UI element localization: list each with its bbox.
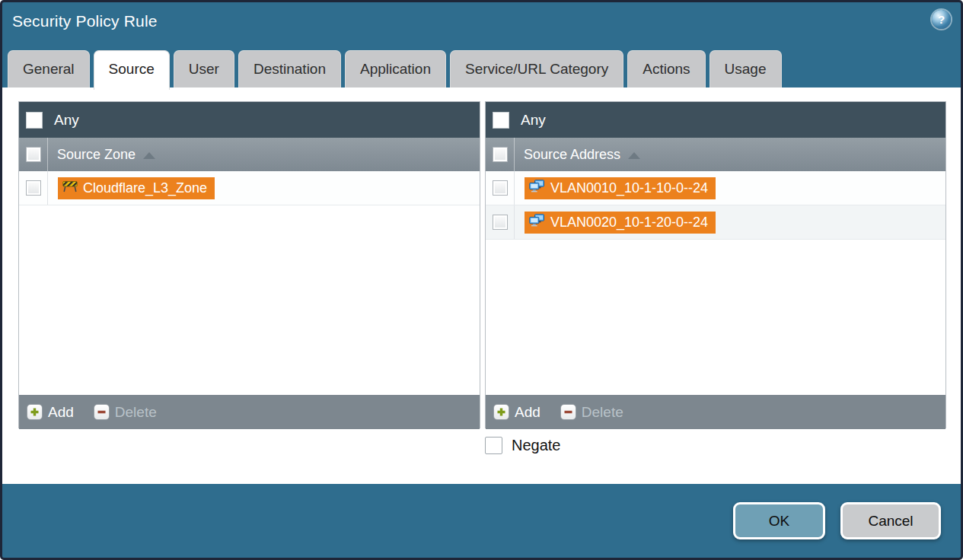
negate-label: Negate — [512, 437, 561, 454]
dialog-body: Any Source Zone — [2, 88, 961, 484]
table-row[interactable]: Cloudflare_L3_Zone — [19, 171, 480, 205]
source-address-panel: Any Source Address — [485, 101, 946, 428]
selected-address-chip[interactable]: VLAN0020_10-1-20-0--24 — [525, 212, 716, 234]
security-policy-rule-dialog: Security Policy Rule ? General Source Us… — [0, 0, 963, 560]
address-icon — [529, 214, 545, 231]
source-zone-select-all-checkbox[interactable] — [26, 147, 41, 162]
minus-icon — [560, 404, 576, 420]
tab-service-url-category[interactable]: Service/URL Category — [450, 50, 623, 88]
tab-application[interactable]: Application — [345, 50, 446, 88]
source-zone-any-label: Any — [54, 112, 79, 129]
tab-user[interactable]: User — [174, 50, 234, 88]
source-zone-any-checkbox[interactable] — [26, 112, 43, 129]
address-name: VLAN0020_10-1-20-0--24 — [550, 215, 708, 231]
tab-general[interactable]: General — [8, 50, 90, 88]
source-address-any-label: Any — [521, 112, 546, 129]
sort-ascending-icon — [143, 152, 155, 159]
sort-ascending-icon — [628, 152, 640, 159]
source-zone-footer: Add Delete — [19, 395, 480, 429]
tab-actions[interactable]: Actions — [627, 50, 705, 88]
delete-zone-button[interactable]: Delete — [94, 404, 157, 421]
source-address-rows: VLAN0010_10-1-10-0--24 — [486, 171, 945, 395]
source-zone-panel: Any Source Zone — [18, 101, 480, 428]
source-zone-column-title[interactable]: Source Zone — [57, 147, 155, 163]
dialog-title: Security Policy Rule — [12, 12, 158, 30]
minus-icon — [94, 404, 110, 420]
negate-row: Negate — [485, 437, 561, 454]
source-address-footer: Add Delete — [486, 395, 945, 429]
tab-bar: General Source User Destination Applicat… — [8, 50, 782, 90]
cancel-button[interactable]: Cancel — [840, 502, 941, 539]
help-icon[interactable]: ? — [932, 10, 951, 29]
source-zone-rows: Cloudflare_L3_Zone — [19, 171, 480, 395]
plus-icon — [493, 404, 509, 420]
selected-address-chip[interactable]: VLAN0010_10-1-10-0--24 — [525, 177, 716, 199]
row-checkbox[interactable] — [493, 180, 508, 196]
add-address-button[interactable]: Add — [493, 404, 540, 421]
address-icon — [529, 180, 545, 196]
zone-icon — [62, 180, 78, 196]
row-checkbox[interactable] — [493, 215, 508, 230]
source-address-select-all-checkbox[interactable] — [493, 147, 508, 162]
tab-destination[interactable]: Destination — [238, 50, 341, 88]
source-address-column-title[interactable]: Source Address — [524, 147, 640, 163]
tab-usage[interactable]: Usage — [709, 50, 782, 88]
source-zone-any-row: Any — [19, 102, 480, 138]
table-row[interactable]: VLAN0010_10-1-10-0--24 — [486, 171, 945, 205]
delete-address-button[interactable]: Delete — [560, 404, 623, 421]
negate-checkbox[interactable] — [485, 437, 502, 454]
source-address-any-row: Any — [486, 102, 945, 138]
table-row[interactable]: VLAN0020_10-1-20-0--24 — [486, 205, 945, 240]
selected-zone-chip[interactable]: Cloudflare_L3_Zone — [58, 177, 215, 199]
ok-button[interactable]: OK — [733, 502, 825, 539]
plus-icon — [27, 404, 43, 420]
add-zone-button[interactable]: Add — [27, 404, 74, 421]
source-address-any-checkbox[interactable] — [493, 112, 509, 129]
row-checkbox[interactable] — [26, 180, 41, 196]
source-address-column-header: Source Address — [486, 138, 945, 171]
source-zone-column-header: Source Zone — [19, 138, 480, 171]
address-name: VLAN0010_10-1-10-0--24 — [550, 180, 708, 196]
tab-source[interactable]: Source — [94, 50, 170, 90]
zone-name: Cloudflare_L3_Zone — [83, 180, 207, 196]
